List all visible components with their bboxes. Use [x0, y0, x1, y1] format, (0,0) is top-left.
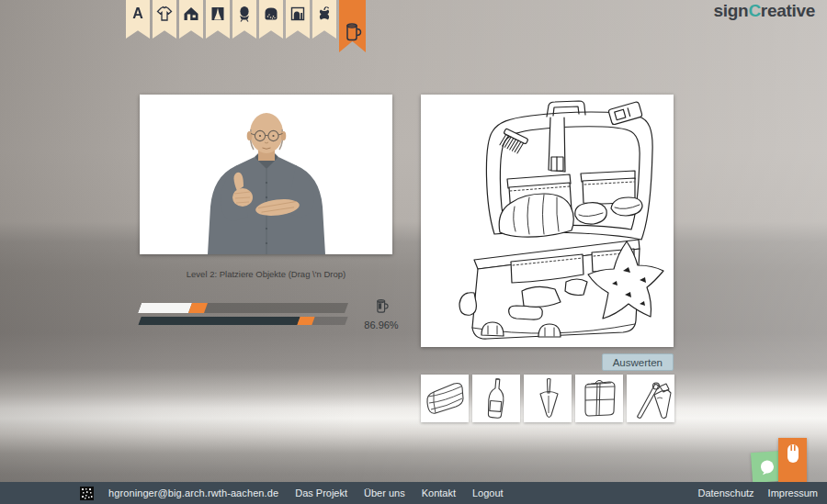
app-logo: signCreative	[714, 1, 815, 21]
progress-bar-top	[138, 303, 348, 313]
tab-bread[interactable]	[259, 0, 283, 39]
tab-mug-active[interactable]	[339, 0, 366, 52]
signer-illustration	[140, 95, 392, 254]
arch-gate-icon	[289, 5, 307, 23]
tab-house[interactable]	[179, 0, 203, 39]
footer-bar: hgroninger@big.arch.rwth-aachen.de Das P…	[0, 482, 827, 504]
towel-sketch	[421, 375, 469, 422]
speech-bubble-icon	[758, 458, 776, 476]
footer-link-datenschutz[interactable]: Datenschutz	[697, 487, 753, 498]
draggable-bottle[interactable]	[472, 375, 520, 422]
mouse-icon	[785, 442, 801, 466]
footer-link-kontakt[interactable]: Kontakt	[422, 487, 456, 498]
progress-bar-bottom	[138, 317, 347, 325]
footer-link-das-projekt[interactable]: Das Projekt	[295, 487, 347, 498]
logo-suffix: reative	[761, 1, 815, 20]
letter-a-icon: A	[132, 5, 143, 39]
draggable-toothbrush-toothpaste[interactable]	[627, 375, 674, 422]
draggable-towel[interactable]	[421, 375, 469, 422]
logo-accent: C	[748, 1, 760, 20]
curtain-window-icon	[209, 5, 227, 23]
bread-icon	[262, 5, 280, 23]
tab-arch[interactable]	[286, 0, 310, 39]
level-caption: Level 2: Platziere Objekte (Drag \'n Dro…	[140, 269, 392, 279]
drawing-area[interactable]	[421, 95, 674, 347]
footer-link-impressum[interactable]: Impressum	[768, 487, 818, 498]
draggable-package[interactable]	[575, 375, 623, 422]
sign-language-video[interactable]	[140, 95, 392, 254]
draggable-trowel[interactable]	[524, 375, 572, 422]
score-percent: 86.96%	[360, 319, 402, 330]
tab-letter-a[interactable]: A	[126, 0, 150, 39]
evaluate-button[interactable]: Auswerten	[602, 353, 674, 371]
suitcase-sketch	[421, 95, 674, 347]
logo-prefix: sign	[714, 1, 749, 20]
mouse-help-tag[interactable]	[778, 438, 807, 482]
tab-apple[interactable]	[312, 0, 336, 39]
app-canvas: A	[0, 0, 827, 504]
egg-cup-icon	[235, 5, 254, 23]
trowel-sketch	[524, 375, 572, 422]
apple-core-icon	[315, 5, 334, 23]
progress-fill-dark	[138, 317, 300, 325]
mug-icon	[374, 297, 390, 315]
house-icon	[182, 5, 200, 23]
package-sketch	[575, 375, 623, 422]
progress-accent-bottom	[298, 317, 315, 325]
footer-link-ueber-uns[interactable]: Über uns	[364, 487, 405, 498]
tab-egg[interactable]	[232, 0, 256, 39]
tab-clothing[interactable]	[153, 0, 176, 39]
bottle-sketch	[472, 375, 520, 422]
qr-code-icon	[80, 487, 94, 500]
lesson-tabs: A	[126, 0, 366, 52]
toothbrush-toothpaste-sketch	[627, 375, 674, 422]
progress-fill-light	[138, 303, 192, 313]
footer-left: hgroninger@big.arch.rwth-aachen.de Das P…	[0, 487, 504, 500]
user-email: hgroninger@big.arch.rwth-aachen.de	[108, 487, 278, 498]
progress-accent-top	[188, 303, 208, 313]
footer-right: Datenschutz Impressum	[697, 487, 827, 498]
mug-icon	[343, 21, 363, 43]
score-block: 86.96%	[360, 297, 402, 330]
draggable-objects	[421, 375, 674, 422]
progress-bars	[140, 303, 346, 329]
shirt-icon	[155, 5, 174, 23]
tab-window[interactable]	[206, 0, 230, 39]
footer-link-logout[interactable]: Logout	[472, 487, 504, 498]
